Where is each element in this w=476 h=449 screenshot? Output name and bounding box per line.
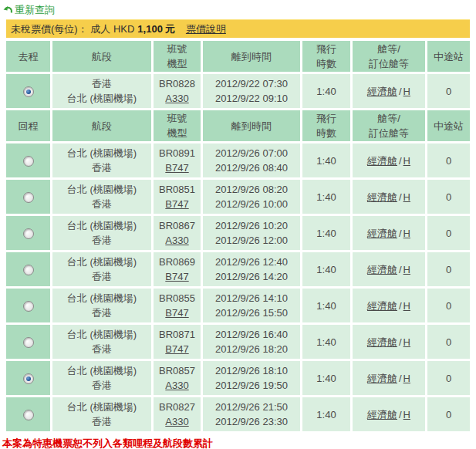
radio-cell[interactable] [6,180,50,214]
header-outbound: 去程 [6,41,50,72]
flight-radio[interactable] [23,156,34,167]
departure-time: 2012/9/22 07:30 [204,76,299,91]
times-cell: 2012/9/26 07:00 2012/9/26 08:40 [203,143,300,177]
radio-cell[interactable] [6,252,50,286]
cabin-separator: / [399,336,402,348]
aircraft-link[interactable]: A330 [165,380,188,391]
aircraft-link[interactable]: A330 [165,235,188,246]
flight-cell: BR0867 A330 [154,216,201,250]
requery-label: 重新查詢 [15,3,55,17]
booking-class-link[interactable]: H [403,264,410,275]
cabin-link[interactable]: 經濟艙 [367,300,397,312]
flight-row: 台北 (桃園機場) 香港 BR0851 B747 2012/9/26 08:20… [6,180,470,214]
aircraft-link[interactable]: B747 [165,162,188,174]
booking-class-link[interactable]: H [403,300,410,312]
times-cell: 2012/9/26 10:20 2012/9/26 12:00 [203,216,300,250]
times-cell: 2012/9/22 07:30 2012/9/22 09:10 [203,74,300,108]
cabin-cell: 經濟艙/H [353,325,425,359]
cabin-separator: / [399,264,402,275]
cabin-cell: 經濟艙/H [353,361,425,395]
flight-row: 台北 (桃園機場) 香港 BR0827 A330 2012/9/26 21:50… [6,397,470,431]
times-cell: 2012/9/26 12:40 2012/9/26 14:20 [203,252,300,286]
radio-cell[interactable] [6,143,50,177]
cabin-link[interactable]: 經濟艙 [367,373,397,384]
requery-link[interactable]: 重新查詢 [3,3,55,17]
header-segment: 航段 [52,110,151,141]
radio-cell[interactable] [6,289,50,322]
header-flight: 班號 機型 [154,110,201,141]
flight-radio[interactable] [23,410,34,420]
arrival-time: 2012/9/26 14:20 [204,269,299,284]
stopover-cell: 0 [427,180,470,214]
aircraft-link[interactable]: B747 [165,198,188,210]
cabin-link[interactable]: 經濟艙 [367,86,397,97]
times-cell: 2012/9/26 14:10 2012/9/26 15:50 [203,289,300,322]
fare-amount: 1,100 [137,23,163,35]
departure-time: 2012/9/26 18:10 [204,363,299,378]
destination: 台北 (桃園機場) [54,91,150,106]
destination: 香港 [54,160,150,175]
booking-class-link[interactable]: H [403,86,410,97]
aircraft-link[interactable]: A330 [165,93,188,104]
stopover-cell: 0 [427,325,470,359]
booking-class-link[interactable]: H [403,228,410,239]
cabin-link[interactable]: 經濟艙 [367,191,397,203]
flight-number: BR0857 [155,363,199,378]
duration-cell: 1:40 [302,180,350,214]
flight-radio[interactable] [23,337,34,348]
fare-bar: 未稅票價(每位)： 成人 HKD 1,100 元 票價說明 [6,19,470,38]
booking-class-link[interactable]: H [403,191,410,203]
booking-class-link[interactable]: H [403,155,410,167]
aircraft-link[interactable]: A330 [165,416,188,427]
header-stops: 中途站 [427,110,470,141]
cabin-link[interactable]: 經濟艙 [367,228,397,239]
booking-class-link[interactable]: H [403,409,410,420]
flight-radio[interactable] [23,301,34,312]
booking-class-link[interactable]: H [403,373,410,384]
aircraft-link[interactable]: B747 [165,307,188,319]
segment-cell: 台北 (桃園機場) 香港 [52,143,151,177]
flight-cell: BR0871 B747 [154,325,201,359]
destination: 香港 [54,233,150,248]
cabin-cell: 經濟艙/H [353,74,425,108]
radio-cell[interactable] [6,216,50,250]
radio-cell[interactable] [6,361,50,395]
flight-number: BR0851 [155,182,199,197]
radio-cell[interactable] [6,74,50,108]
header-times: 離到時間 [203,110,300,141]
arrival-time: 2012/9/26 18:20 [204,342,299,356]
duration-cell: 1:40 [302,325,350,359]
radio-cell[interactable] [6,397,50,431]
departure-time: 2012/9/26 08:20 [204,182,299,197]
fare-info-link[interactable]: 票價說明 [186,22,226,36]
flight-radio[interactable] [23,265,34,275]
flight-radio[interactable] [23,228,34,239]
duration-cell: 1:40 [302,216,350,250]
cabin-link[interactable]: 經濟艙 [367,409,397,420]
cabin-cell: 經濟艙/H [353,180,425,214]
flight-radio[interactable] [23,86,34,97]
destination: 香港 [54,342,150,356]
flight-row: 香港 台北 (桃園機場) BR0828 A330 2012/9/22 07:30… [6,74,470,108]
aircraft-link[interactable]: B747 [165,343,188,355]
booking-class-link[interactable]: H [403,336,410,348]
destination: 香港 [54,197,150,211]
destination: 香港 [54,269,150,284]
times-cell: 2012/9/26 21:50 2012/9/26 23:30 [203,397,300,431]
flight-radio[interactable] [23,373,34,384]
origin: 台北 (桃園機場) [54,182,150,197]
flight-cell: BR0851 B747 [154,180,201,214]
radio-cell[interactable] [6,325,50,359]
flight-cell: BR0855 B747 [154,289,201,322]
cabin-link[interactable]: 經濟艙 [367,155,397,167]
flight-cell: BR0828 A330 [154,74,201,108]
flight-number: BR0827 [155,400,199,414]
times-cell: 2012/9/26 18:10 2012/9/26 19:50 [203,361,300,395]
flight-radio[interactable] [23,192,34,203]
cabin-link[interactable]: 經濟艙 [367,336,397,348]
cabin-link[interactable]: 經濟艙 [367,264,397,275]
outbound-header-row: 去程 航段 班號 機型 離到時間 飛行 時數 艙等/ 訂位艙等 中途站 [6,41,470,72]
aircraft-link[interactable]: B747 [165,271,188,282]
flight-row: 台北 (桃園機場) 香港 BR0871 B747 2012/9/26 16:40… [6,325,470,359]
stopover-cell: 0 [427,397,470,431]
